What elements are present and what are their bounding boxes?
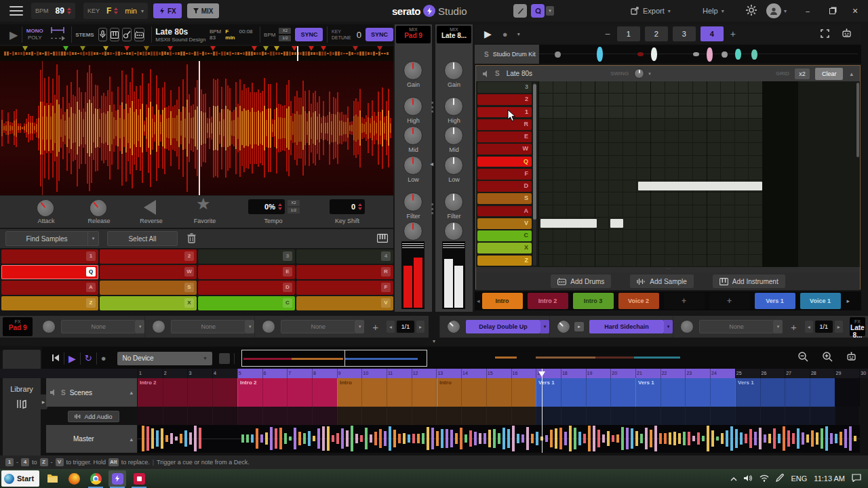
drum-track-header[interactable]: S Studio Drum Kit [475, 45, 539, 64]
bar-button-2[interactable]: 2 [645, 26, 668, 41]
stems-vocal-button[interactable] [98, 28, 107, 41]
deck-overview-strip[interactable] [0, 46, 393, 61]
master-track-header[interactable]: Master ▴ [46, 425, 137, 453]
keyshift-box[interactable]: 0 [330, 199, 365, 214]
cue-marker[interactable] [252, 46, 257, 51]
taskbar-serato-sample-icon[interactable] [130, 470, 148, 487]
add-fx-button[interactable]: + [364, 321, 387, 333]
stems-drums-button[interactable] [134, 28, 144, 41]
pattern-row-w[interactable]: W [477, 144, 532, 155]
pattern-grid[interactable]: 321REWQFDSAVCXZ [476, 81, 860, 267]
mixer-drag-dots[interactable] [431, 203, 433, 214]
bpm-x2-button[interactable]: X2 [279, 28, 291, 34]
keyboard-mode-icon[interactable] [377, 234, 388, 244]
sample-pad-z[interactable]: Z [1, 296, 98, 310]
pattern-note[interactable] [540, 219, 597, 228]
mute-icon[interactable] [483, 70, 490, 77]
taskbar-serato-studio-icon[interactable] [108, 470, 126, 487]
add-fx-button[interactable]: + [783, 321, 805, 333]
scene-tab-voice-2[interactable]: Voice 2 [618, 293, 659, 309]
find-samples-button[interactable]: Find Samples [5, 231, 88, 246]
pan-knob[interactable] [444, 222, 463, 241]
fx-depth-knob[interactable] [444, 317, 463, 336]
key-mode[interactable]: min [125, 7, 137, 15]
song-automation-robot-icon[interactable] [846, 352, 856, 363]
gain-knob[interactable] [444, 61, 463, 80]
pattern-row-a[interactable]: A [477, 206, 532, 217]
scene-tab-add-4[interactable]: + [664, 293, 705, 309]
key-value[interactable]: F [106, 6, 111, 16]
song-play-button[interactable]: ▶ [68, 353, 76, 364]
pattern-resize-handle[interactable]: ⋯ [476, 267, 860, 272]
mixer-collapse-icon[interactable]: ◂ [430, 160, 433, 167]
automation-robot-icon[interactable] [842, 28, 852, 39]
fx-depth-knob[interactable] [42, 320, 56, 333]
cue-marker[interactable] [80, 46, 85, 51]
bpm-stepper[interactable] [67, 7, 71, 14]
panel-scrollbar[interactable] [856, 83, 859, 157]
metronome-button[interactable] [219, 353, 230, 364]
solo-icon[interactable]: S [484, 51, 489, 58]
pan-knob[interactable] [403, 222, 422, 241]
start-button[interactable]: Start [1, 470, 39, 487]
poly-label[interactable]: POLY [26, 35, 43, 41]
fx-page-prev[interactable]: ◂ [805, 321, 813, 333]
solo-icon[interactable]: S [495, 70, 500, 77]
pattern-scrollbar-thumb[interactable] [533, 84, 536, 220]
cue-marker[interactable] [144, 46, 149, 51]
scene-tab-voice-1[interactable]: Voice 1 [800, 293, 841, 309]
pattern-row-d[interactable]: D [477, 181, 532, 192]
settings-gear-icon[interactable] [746, 5, 757, 17]
loop-toggle-icon[interactable]: ↻ [85, 353, 92, 363]
channel-fader[interactable] [443, 243, 465, 249]
master-lane[interactable] [138, 425, 860, 453]
mix-panel-button[interactable]: MIX [187, 3, 219, 18]
tray-clock[interactable]: 11:13 AM [814, 474, 845, 483]
bar-button-1[interactable]: 1 [617, 26, 640, 41]
midi-device-select[interactable]: No Device ▾ [117, 352, 212, 365]
bar-button-3[interactable]: 3 [673, 26, 696, 41]
library-panel-tab[interactable]: Library [3, 350, 41, 458]
sidechain-source-button[interactable]: ▸ [574, 322, 584, 331]
sample-pad-s[interactable]: S [100, 281, 197, 295]
fx-depth-knob[interactable] [262, 320, 275, 333]
find-samples-dropdown-icon[interactable]: ▾ [88, 231, 99, 246]
pattern-row-s[interactable]: S [477, 193, 532, 204]
key-mode-dropdown-icon[interactable]: ▾ [141, 8, 144, 14]
add-instrument-button[interactable]: Add Instrument [713, 274, 785, 288]
mid-knob[interactable] [403, 126, 422, 145]
key-field[interactable]: KEY F min ▾ [83, 3, 148, 19]
tray-language[interactable]: ENG [791, 474, 807, 483]
sample-pad-e[interactable]: E [198, 265, 295, 279]
loop-mode-toggle[interactable] [50, 27, 67, 42]
sample-pad-d[interactable]: D [198, 281, 295, 295]
sample-pad-4[interactable]: 4 [296, 249, 393, 264]
pattern-row-c[interactable]: C [477, 230, 532, 241]
pattern-row-f[interactable]: F [477, 169, 532, 180]
taskbar-firefox-icon[interactable] [65, 470, 83, 487]
pattern-row-2[interactable]: 2 [477, 94, 532, 105]
fx-dropdown-icon[interactable]: ▾ [664, 320, 673, 333]
sample-pad-2[interactable]: 2 [100, 249, 197, 264]
fx-dropdown-icon[interactable]: ▾ [774, 320, 783, 333]
scene-tab-intro-2[interactable]: Intro 2 [528, 293, 568, 309]
add-sample-button[interactable]: Add Sample [630, 274, 693, 288]
zoom-out-icon[interactable] [797, 351, 808, 363]
fx-dropdown-icon[interactable]: ▾ [245, 320, 254, 333]
bpm-field[interactable]: BPM 89 [31, 3, 75, 19]
pattern-row-q[interactable]: Q [477, 157, 532, 167]
select-all-button[interactable]: Select All [107, 231, 178, 246]
tempo-x2-button[interactable]: X2 [288, 200, 300, 206]
fx-select-empty[interactable]: None [281, 320, 355, 333]
deck-detune-value[interactable]: 0 [357, 30, 361, 40]
tempo-stepper[interactable] [278, 203, 282, 210]
tempo-half-button[interactable]: 1/2 [288, 207, 300, 214]
sample-pad-r[interactable]: R [296, 265, 393, 279]
keyshift-value[interactable]: 0 [351, 203, 355, 211]
sample-pad-f[interactable]: F [296, 281, 393, 295]
fx-page-prev[interactable]: ◂ [387, 321, 395, 333]
fx-depth-knob[interactable] [680, 320, 694, 333]
grid-multiplier-button[interactable]: x2 [795, 68, 810, 79]
pattern-row-x[interactable]: X [477, 243, 532, 253]
filter-knob[interactable] [403, 192, 422, 211]
